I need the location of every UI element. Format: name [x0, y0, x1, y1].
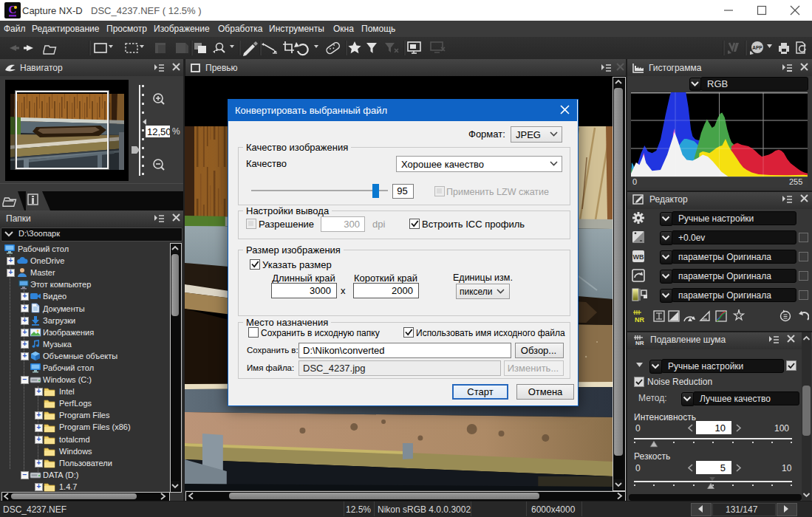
svg-text:WB: WB — [633, 253, 644, 261]
svg-text:NR: NR — [635, 340, 644, 346]
svg-text:NR: NR — [635, 316, 644, 323]
svg-text:APP: APP — [752, 45, 762, 50]
svg-text:C: C — [9, 4, 17, 16]
